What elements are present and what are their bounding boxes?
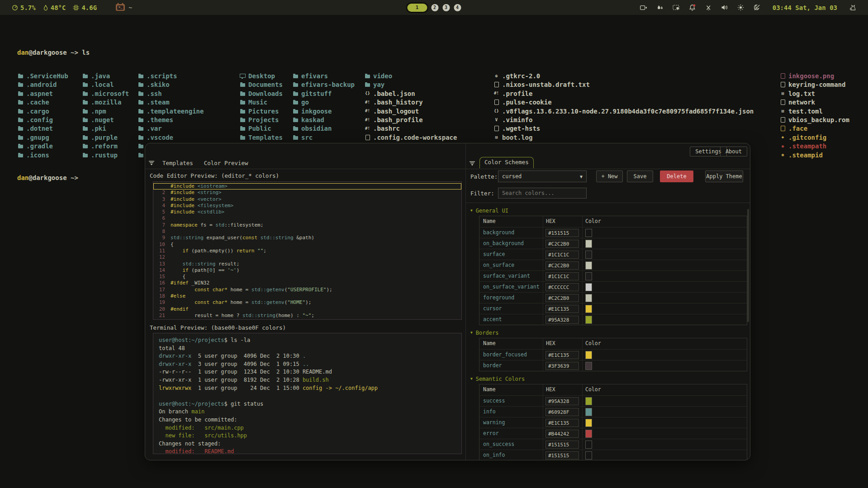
code-token	[171, 261, 183, 267]
panther-icon[interactable]	[849, 4, 856, 11]
color-swatch[interactable]	[585, 240, 592, 248]
folder-icon	[82, 126, 89, 131]
terminal-line: user@host:~/projects$ ls -la	[159, 336, 456, 345]
color-name: warning	[479, 417, 543, 428]
night-light-icon[interactable]	[754, 4, 760, 11]
tab-templates[interactable]: Templates	[159, 159, 197, 167]
hex-input[interactable]: #E1C135	[545, 351, 579, 359]
input-muted-icon[interactable]	[705, 5, 711, 11]
hex-input[interactable]: #CCCCCC	[545, 283, 579, 291]
file-entry: .pulse-cookie	[493, 98, 754, 107]
screenshot-icon[interactable]	[673, 5, 679, 10]
color-name: error	[479, 428, 543, 439]
workspace-3[interactable]: 3	[442, 4, 450, 11]
color-swatch[interactable]	[585, 251, 592, 259]
color-swatch[interactable]	[585, 351, 592, 359]
tab-color-preview[interactable]: Color Preview	[200, 159, 252, 167]
folder-icon	[292, 91, 299, 96]
palette-select[interactable]: cursed ▼	[498, 171, 587, 182]
color-search-input[interactable]	[498, 188, 587, 199]
save-button[interactable]: Save	[627, 171, 653, 182]
file-name: Pictures	[248, 108, 279, 115]
hex-input[interactable]: #151515	[545, 451, 579, 460]
code-token: "HOME"	[287, 299, 305, 306]
brightness-icon[interactable]	[737, 4, 744, 11]
file-entry: #!.bashrc	[364, 124, 480, 133]
file-entry: .config	[17, 115, 68, 124]
column-header: Color	[583, 216, 747, 227]
mascot-icon[interactable]: >_	[116, 4, 125, 11]
file-entry: obsidian	[292, 124, 355, 133]
clock[interactable]: 03:44 Sat, Jan 03	[773, 4, 837, 11]
hex-input[interactable]: #C2C2B0	[545, 240, 579, 248]
color-swatch[interactable]	[585, 430, 592, 438]
color-swatch[interactable]	[585, 305, 592, 313]
color-swatch[interactable]	[585, 272, 592, 280]
cpu-stat: 5.7%	[12, 4, 36, 11]
file-name: Documents	[248, 81, 283, 88]
tab-color-schemes[interactable]: Color Schemes	[479, 157, 534, 168]
folder-icon	[138, 109, 144, 114]
section-title: Borders	[476, 330, 499, 336]
delete-button[interactable]: Delete	[660, 171, 693, 182]
fire-icon[interactable]	[657, 5, 663, 11]
terminal-token: modified: README.md	[159, 448, 234, 454]
folder-icon	[17, 109, 24, 114]
color-swatch[interactable]	[585, 229, 592, 237]
chip-icon	[73, 5, 79, 11]
color-name: on_background	[479, 238, 543, 249]
color-swatch[interactable]	[585, 316, 592, 324]
file-entry: .dotnet	[17, 124, 68, 133]
color-swatch[interactable]	[585, 294, 592, 302]
color-swatch[interactable]	[585, 441, 592, 449]
hex-input[interactable]: #151515	[545, 441, 579, 449]
terminal-token: On branch	[159, 408, 191, 415]
color-name: border	[479, 360, 543, 371]
color-row: on_surface_variant#CCCCCC	[479, 281, 747, 292]
prompt-symbol: ~>	[67, 174, 82, 181]
hex-input[interactable]: #151515	[545, 229, 579, 237]
file-name: log.txt	[788, 90, 815, 97]
color-row: cursor#E1C135	[479, 303, 747, 314]
apply-theme-button[interactable]: Apply Theme	[705, 171, 743, 182]
notification-bell-icon[interactable]	[689, 4, 696, 11]
folder-icon	[239, 91, 246, 96]
line-number: 7	[153, 222, 165, 228]
hex-input[interactable]: #1C1C1C	[545, 272, 579, 280]
color-swatch[interactable]	[585, 451, 592, 460]
hex-input[interactable]: #95A328	[545, 397, 579, 405]
file-name: .nuget	[91, 116, 114, 123]
color-swatch[interactable]	[585, 261, 592, 270]
section-header[interactable]: ▼General UI	[470, 208, 750, 214]
hex-input[interactable]: #60928F	[545, 408, 579, 416]
file-name: .gnupg	[26, 134, 49, 141]
hex-input[interactable]: #95A328	[545, 316, 579, 324]
workspace-1[interactable]: 1	[407, 4, 427, 12]
code-token: ""	[257, 248, 263, 254]
collapse-icon[interactable]	[470, 161, 475, 166]
color-swatch[interactable]	[585, 397, 592, 405]
terminal-line: On branch main	[159, 408, 456, 416]
color-row: border#3F3639	[479, 360, 747, 371]
workspace-4[interactable]: 4	[454, 4, 461, 11]
hex-input[interactable]: #3F3639	[545, 362, 579, 370]
volume-icon[interactable]	[721, 5, 728, 10]
screencast-icon[interactable]	[640, 5, 647, 10]
hex-input[interactable]: #E1C135	[545, 419, 579, 427]
hex-input[interactable]: #B44242	[545, 430, 579, 438]
color-swatch[interactable]	[585, 408, 592, 416]
scrollbar[interactable]	[747, 209, 749, 322]
color-swatch[interactable]	[585, 362, 592, 370]
new-palette-button[interactable]: + New	[596, 171, 623, 182]
color-swatch[interactable]	[585, 419, 592, 427]
section-header[interactable]: ▼Semantic Colors	[470, 376, 750, 382]
hex-input[interactable]: #C2C2B0	[545, 261, 579, 270]
collapse-icon[interactable]	[149, 161, 154, 166]
color-swatch[interactable]	[585, 283, 592, 291]
hex-input[interactable]: #C2C2B0	[545, 294, 579, 302]
workspace-2[interactable]: 2	[431, 4, 438, 11]
section-header[interactable]: ▼Borders	[470, 330, 750, 336]
file-entry: Desktop	[239, 71, 283, 80]
hex-input[interactable]: #E1C135	[545, 305, 579, 313]
hex-input[interactable]: #1C1C1C	[545, 251, 579, 259]
